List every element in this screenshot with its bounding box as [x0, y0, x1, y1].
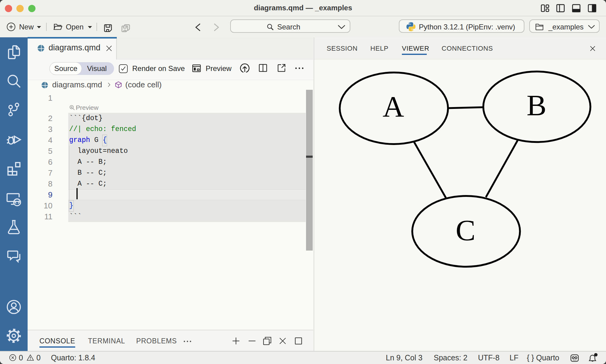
- svg-text:C: C: [456, 214, 475, 247]
- svg-text:A: A: [383, 90, 404, 123]
- svg-text:B: B: [527, 89, 546, 122]
